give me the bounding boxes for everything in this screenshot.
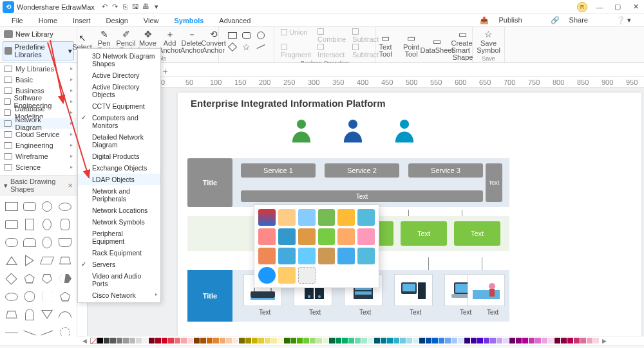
svg-line-25	[48, 42, 89, 178]
